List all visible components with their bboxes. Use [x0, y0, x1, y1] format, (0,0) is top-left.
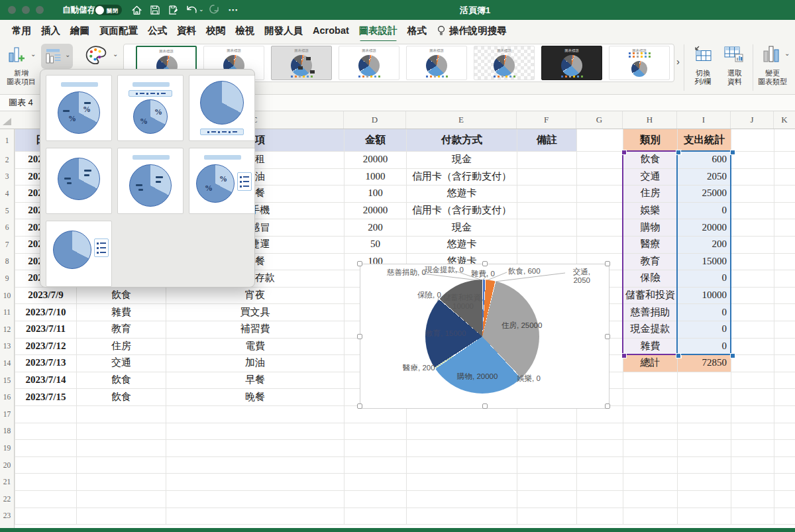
column-header-K[interactable]: K — [774, 111, 795, 129]
row-header-20[interactable]: 20 — [0, 456, 15, 474]
values-range-selection-handle[interactable] — [676, 353, 681, 358]
row-header-6[interactable]: 6 — [0, 219, 15, 236]
column-header-J[interactable]: J — [731, 111, 774, 129]
save-as-icon[interactable] — [167, 4, 180, 16]
row-header-16[interactable]: 16 — [0, 388, 15, 405]
cell-date[interactable]: 2023/7/12 — [15, 338, 76, 355]
chart-selection-handle[interactable] — [357, 403, 362, 409]
tab-校閱[interactable]: 校閱 — [206, 25, 225, 37]
column-header-F[interactable]: F — [517, 111, 576, 129]
cell-payment[interactable]: 悠遊卡 — [407, 236, 517, 253]
select-data-icon[interactable] — [723, 45, 745, 66]
add-chart-element-button[interactable]: 新增圖表項目 — [1, 69, 41, 86]
row-header-22[interactable]: 22 — [0, 490, 15, 507]
cell-date[interactable]: 2023/7/14 — [15, 372, 76, 389]
tab-格式[interactable]: 格式 — [407, 25, 427, 37]
tab-資料[interactable]: 資料 — [177, 25, 196, 37]
row-header-17[interactable]: 17 — [0, 405, 15, 423]
cell-category[interactable]: 飲食 — [77, 372, 166, 389]
layout-7[interactable] — [46, 221, 112, 287]
cell-payment[interactable]: 信用卡（含行動支付） — [407, 168, 517, 186]
tab-開發人員[interactable]: 開發人員 — [264, 25, 303, 37]
cell-date[interactable]: 2023/7/15 — [15, 388, 76, 405]
chart-selection-handle[interactable] — [605, 261, 610, 266]
row-header-21[interactable]: 21 — [0, 473, 15, 490]
cell-date[interactable]: 2023/7/13 — [15, 354, 76, 372]
row-header-12[interactable]: 12 — [0, 321, 15, 338]
name-box[interactable]: 圖表 4 — [9, 97, 33, 109]
style-thumb-4[interactable]: 圖表標題 — [339, 46, 399, 80]
add-chart-element-chevron-icon[interactable]: ⌄ — [30, 50, 36, 58]
tab-Acrobat[interactable]: Acrobat — [313, 25, 349, 36]
row-header-1[interactable]: 1 — [0, 129, 15, 151]
summary-total-value[interactable]: 72850 — [678, 354, 731, 372]
row-header-23[interactable]: 23 — [0, 507, 15, 525]
layout-1[interactable]: %% — [46, 75, 112, 141]
column-header-H[interactable]: H — [623, 111, 677, 129]
cell-amount[interactable]: 20000 — [344, 151, 406, 168]
cell-category[interactable]: 教育 — [77, 321, 166, 338]
cell-payment[interactable]: 現金 — [407, 151, 517, 168]
summary-header-category[interactable]: 類別 — [623, 129, 677, 151]
cell-amount[interactable]: 200 — [344, 219, 406, 236]
cell-date[interactable]: 2023/7/11 — [15, 321, 76, 338]
chart-selection-handle[interactable] — [605, 403, 610, 409]
tab-繪圖[interactable]: 繪圖 — [70, 25, 89, 37]
category-range-selection-handle[interactable] — [621, 353, 627, 358]
header-payment[interactable]: 付款方式 — [407, 129, 517, 151]
category-range-selection-handle[interactable] — [621, 150, 627, 155]
row-header-11[interactable]: 11 — [0, 303, 15, 321]
redo-icon[interactable] — [207, 4, 221, 16]
values-range-selection-handle[interactable] — [676, 150, 681, 155]
cell-amount[interactable]: 100 — [344, 185, 406, 202]
cell-category[interactable]: 住房 — [77, 338, 166, 355]
undo-chevron-icon[interactable]: ⌄ — [199, 6, 204, 13]
chart-selection-handle[interactable] — [357, 261, 362, 266]
cell-amount[interactable]: 50 — [344, 236, 406, 253]
values-range-selection-handle[interactable] — [730, 150, 735, 155]
row-header-4[interactable]: 4 — [0, 185, 15, 202]
cell-item[interactable]: 加油 — [166, 354, 344, 372]
row-header-13[interactable]: 13 — [0, 338, 15, 355]
chart-selection-handle[interactable] — [605, 334, 610, 339]
cell-category[interactable]: 交通 — [77, 354, 166, 372]
cell-item[interactable]: 買文具 — [166, 303, 344, 321]
style-thumb-3[interactable]: 圖表標題 — [271, 46, 332, 80]
select-all-corner[interactable] — [3, 118, 11, 125]
chart-selection-handle[interactable] — [357, 334, 362, 339]
pie-chart-object[interactable]: 飲食, 600交通,2050住房, 25000娛樂, 0購物, 20000醫療,… — [360, 264, 610, 409]
row-header-2[interactable]: 2 — [0, 151, 15, 168]
column-header-E[interactable]: E — [406, 111, 517, 129]
minimize-window-button[interactable] — [22, 6, 30, 14]
home-icon[interactable] — [130, 4, 143, 16]
layout-5[interactable] — [117, 148, 184, 214]
tab-常用[interactable]: 常用 — [12, 25, 31, 37]
tab-頁面配置[interactable]: 頁面配置 — [99, 25, 138, 37]
cell-category[interactable]: 飲食 — [77, 287, 166, 304]
header-note[interactable]: 備註 — [517, 129, 576, 151]
cell-item[interactable]: 宵夜 — [166, 287, 344, 304]
tab-公式[interactable]: 公式 — [148, 25, 167, 37]
switch-row-column-icon[interactable] — [693, 45, 713, 66]
row-header-7[interactable]: 7 — [0, 236, 15, 253]
row-header-3[interactable]: 3 — [0, 168, 15, 186]
help-search[interactable]: 操作說明搜尋 — [437, 25, 507, 37]
gallery-scroll-right-icon[interactable]: › — [676, 56, 680, 67]
row-header-18[interactable]: 18 — [0, 423, 15, 440]
layout-2[interactable]: %% — [117, 75, 184, 141]
cell-item[interactable]: 早餐 — [166, 372, 344, 389]
summary-header-stats[interactable]: 支出統計 — [678, 129, 731, 151]
chart-selection-handle[interactable] — [482, 403, 488, 409]
cell-amount[interactable]: 1000 — [344, 168, 406, 186]
values-range-selection-handle[interactable] — [730, 353, 735, 358]
cell-payment[interactable]: 悠遊卡 — [407, 185, 517, 202]
switch-row-column-button[interactable]: 切換列/欄 — [686, 69, 719, 86]
style-thumb-7[interactable]: 圖表標題 — [541, 46, 602, 80]
header-amount[interactable]: 金額 — [344, 129, 406, 151]
add-chart-element-icon[interactable] — [7, 45, 26, 68]
zoom-window-button[interactable] — [36, 6, 44, 14]
change-chart-type-chevron-icon[interactable]: ⌄ — [784, 50, 790, 57]
column-header-G[interactable]: G — [576, 111, 623, 129]
cell-item[interactable]: 補習費 — [166, 321, 344, 338]
change-colors-icon[interactable] — [85, 45, 107, 68]
